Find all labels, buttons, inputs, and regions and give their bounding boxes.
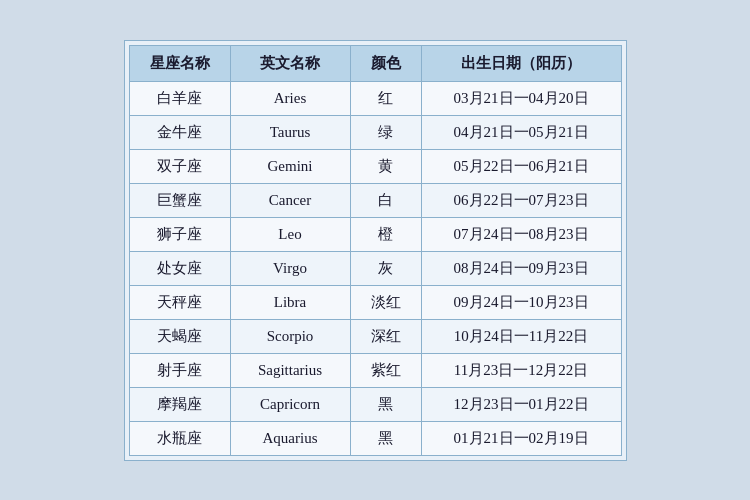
cell-chinese: 巨蟹座	[129, 183, 230, 217]
cell-english: Taurus	[230, 115, 350, 149]
cell-english: Scorpio	[230, 319, 350, 353]
cell-chinese: 天秤座	[129, 285, 230, 319]
cell-color: 深红	[350, 319, 421, 353]
cell-english: Aries	[230, 81, 350, 115]
cell-chinese: 摩羯座	[129, 387, 230, 421]
cell-color: 红	[350, 81, 421, 115]
cell-english: Gemini	[230, 149, 350, 183]
cell-chinese: 水瓶座	[129, 421, 230, 455]
header-color: 颜色	[350, 45, 421, 81]
cell-date: 03月21日一04月20日	[421, 81, 621, 115]
cell-date: 07月24日一08月23日	[421, 217, 621, 251]
cell-chinese: 狮子座	[129, 217, 230, 251]
cell-date: 04月21日一05月21日	[421, 115, 621, 149]
cell-date: 10月24日一11月22日	[421, 319, 621, 353]
cell-color: 黄	[350, 149, 421, 183]
cell-chinese: 金牛座	[129, 115, 230, 149]
cell-color: 绿	[350, 115, 421, 149]
cell-date: 11月23日一12月22日	[421, 353, 621, 387]
cell-date: 09月24日一10月23日	[421, 285, 621, 319]
cell-color: 黑	[350, 387, 421, 421]
table-body: 白羊座Aries红03月21日一04月20日金牛座Taurus绿04月21日一0…	[129, 81, 621, 455]
cell-color: 橙	[350, 217, 421, 251]
cell-date: 12月23日一01月22日	[421, 387, 621, 421]
table-row: 水瓶座Aquarius黑01月21日一02月19日	[129, 421, 621, 455]
table-row: 双子座Gemini黄05月22日一06月21日	[129, 149, 621, 183]
cell-chinese: 处女座	[129, 251, 230, 285]
cell-color: 灰	[350, 251, 421, 285]
cell-chinese: 天蝎座	[129, 319, 230, 353]
cell-english: Aquarius	[230, 421, 350, 455]
header-chinese: 星座名称	[129, 45, 230, 81]
cell-color: 白	[350, 183, 421, 217]
cell-english: Capricorn	[230, 387, 350, 421]
table-row: 摩羯座Capricorn黑12月23日一01月22日	[129, 387, 621, 421]
header-english: 英文名称	[230, 45, 350, 81]
table-row: 狮子座Leo橙07月24日一08月23日	[129, 217, 621, 251]
zodiac-table-container: 星座名称 英文名称 颜色 出生日期（阳历） 白羊座Aries红03月21日一04…	[124, 40, 627, 461]
cell-date: 08月24日一09月23日	[421, 251, 621, 285]
table-row: 射手座Sagittarius紫红11月23日一12月22日	[129, 353, 621, 387]
table-row: 天秤座Libra淡红09月24日一10月23日	[129, 285, 621, 319]
cell-english: Sagittarius	[230, 353, 350, 387]
cell-chinese: 射手座	[129, 353, 230, 387]
cell-color: 黑	[350, 421, 421, 455]
header-date: 出生日期（阳历）	[421, 45, 621, 81]
table-row: 天蝎座Scorpio深红10月24日一11月22日	[129, 319, 621, 353]
cell-color: 紫红	[350, 353, 421, 387]
cell-date: 05月22日一06月21日	[421, 149, 621, 183]
cell-english: Libra	[230, 285, 350, 319]
zodiac-table: 星座名称 英文名称 颜色 出生日期（阳历） 白羊座Aries红03月21日一04…	[129, 45, 622, 456]
table-header-row: 星座名称 英文名称 颜色 出生日期（阳历）	[129, 45, 621, 81]
cell-chinese: 白羊座	[129, 81, 230, 115]
table-row: 处女座Virgo灰08月24日一09月23日	[129, 251, 621, 285]
table-row: 金牛座Taurus绿04月21日一05月21日	[129, 115, 621, 149]
table-row: 巨蟹座Cancer白06月22日一07月23日	[129, 183, 621, 217]
cell-english: Leo	[230, 217, 350, 251]
cell-english: Virgo	[230, 251, 350, 285]
cell-date: 01月21日一02月19日	[421, 421, 621, 455]
cell-date: 06月22日一07月23日	[421, 183, 621, 217]
cell-english: Cancer	[230, 183, 350, 217]
cell-color: 淡红	[350, 285, 421, 319]
cell-chinese: 双子座	[129, 149, 230, 183]
table-row: 白羊座Aries红03月21日一04月20日	[129, 81, 621, 115]
